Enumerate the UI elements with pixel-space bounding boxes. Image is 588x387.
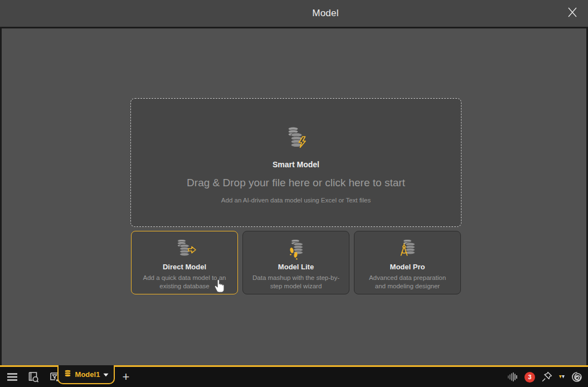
card-description: Data mashup with the step-by-step model … <box>243 274 349 291</box>
model-cards-row: Direct Model Add a quick data model to a… <box>131 231 461 294</box>
model-card-pro[interactable]: Model Pro Advanced data preparation and … <box>354 231 461 294</box>
dialog-body: Smart Model Drag & Drop your file here o… <box>0 27 588 366</box>
card-title: Direct Model <box>163 263 206 271</box>
database-footsteps-icon <box>283 236 309 262</box>
close-button[interactable] <box>565 6 580 21</box>
model-card-direct[interactable]: Direct Model Add a quick data model to a… <box>131 231 238 294</box>
close-icon <box>567 7 578 20</box>
database-compass-icon <box>395 236 420 262</box>
smart-model-dropzone[interactable]: Smart Model Drag & Drop your file here o… <box>130 98 461 227</box>
card-description: Add a quick data model to an existing da… <box>132 274 237 291</box>
model-card-lite[interactable]: Model Lite Data mashup with the step-by-… <box>242 231 349 294</box>
notification-badge[interactable]: 3 <box>524 372 535 383</box>
dropzone-title: Smart Model <box>273 160 319 169</box>
chevron-down-icon <box>103 369 109 379</box>
card-description: Advanced data preparation and modeling d… <box>354 274 460 291</box>
dropdown-arrow-icon[interactable] <box>558 370 565 384</box>
model1-tab[interactable]: Model1 <box>57 365 115 384</box>
add-model-tab-button[interactable]: + <box>118 369 134 385</box>
pin-icon[interactable] <box>540 370 553 384</box>
dialog-title: Model <box>312 8 338 19</box>
striped-pyramid-icon[interactable] <box>506 370 519 384</box>
dropzone-main-text: Drag & Drop your file here or click here… <box>187 177 405 189</box>
tab-label: Model1 <box>75 370 100 379</box>
card-title: Model Lite <box>278 263 314 271</box>
tab-database-icon <box>64 369 72 380</box>
hamburger-menu-icon[interactable] <box>6 370 19 384</box>
dropzone-sub-text: Add an AI-driven data model using Excel … <box>221 197 371 204</box>
taskbar-left-icons <box>6 369 61 385</box>
taskbar-right-icons: 3 <box>506 369 584 385</box>
card-title: Model Pro <box>390 263 425 271</box>
dialog-titlebar: Model <box>0 0 588 27</box>
spiral-logo-icon[interactable] <box>570 370 584 384</box>
model-dialog-window: Model <box>0 0 588 387</box>
database-arrow-icon <box>172 236 197 262</box>
smart-model-database-lightning-icon <box>281 123 310 154</box>
report-search-icon[interactable] <box>27 370 40 384</box>
